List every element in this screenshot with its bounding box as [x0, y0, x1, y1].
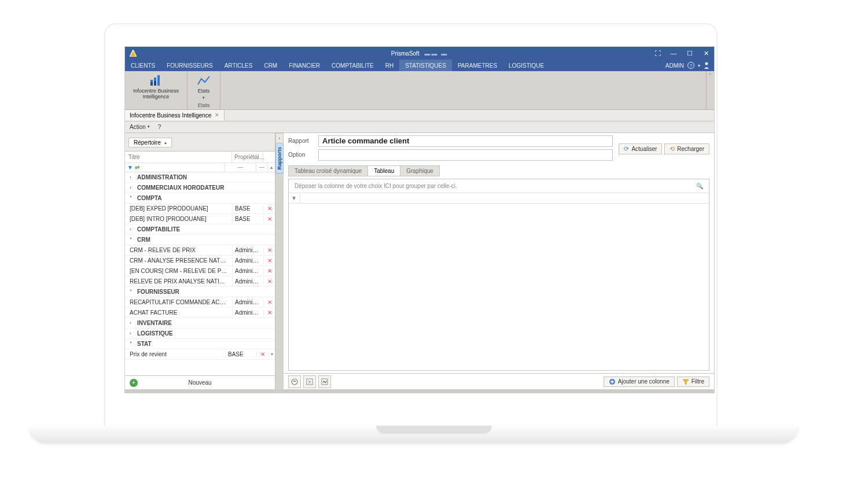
- close-button[interactable]: ✕: [698, 47, 714, 60]
- tree-row[interactable]: RELEVE DE PRIX ANALYSE NATIONALEAdminist…: [125, 276, 275, 287]
- filter-cell-fav[interactable]: —: [256, 163, 268, 172]
- menu-tab-statistiques[interactable]: STATISTIQUES: [399, 60, 452, 71]
- grid-header-row: ▼: [289, 193, 709, 204]
- tree-row[interactable]: CRM - RELEVE DE PRIXAdministr…✕: [125, 245, 275, 256]
- export-button-1[interactable]: [288, 375, 301, 388]
- refresh-button[interactable]: ⟳ Actualiser: [619, 143, 662, 154]
- tree-row[interactable]: ACHAT FACTUREAdministr…✕: [125, 308, 275, 318]
- collapse-handle[interactable]: ‹: [275, 133, 284, 143]
- menu-tab-parametres[interactable]: PARAMETRES: [452, 60, 503, 71]
- tree-group-comptabilite[interactable]: ›COMPTABILITE: [125, 224, 275, 235]
- submenu-action[interactable]: Action ▾: [130, 124, 150, 130]
- chevron-down-icon[interactable]: ▾: [698, 63, 700, 68]
- filter-cell-owner[interactable]: —: [225, 163, 256, 172]
- scroll-up-button[interactable]: ▴: [268, 163, 275, 172]
- tree-row-fav-icon[interactable]: ✕: [263, 278, 275, 285]
- tree-row[interactable]: Prix de revientBASE✕▾: [125, 349, 275, 360]
- view-tab-tableau-croisé-dynamique[interactable]: Tableau croisé dynamique: [288, 165, 368, 176]
- vertical-tab-rapports[interactable]: Rapports: [275, 143, 284, 174]
- ribbon-collapse-button[interactable]: ˄: [706, 71, 714, 109]
- user-label: ADMIN: [665, 62, 684, 69]
- ribbon-group-etats: Etats ▾ Etats: [187, 71, 220, 109]
- app-name: PrismaSoft: [391, 50, 420, 57]
- report-view-tabs: Tableau croisé dynamiqueTableauGraphique: [284, 165, 714, 176]
- export-excel-button[interactable]: X: [303, 375, 316, 388]
- tree-row-fav-icon[interactable]: ✕: [256, 351, 268, 357]
- menu-tab-logistique[interactable]: LOGISTIQUE: [503, 60, 550, 71]
- line-chart-icon: [196, 75, 212, 87]
- vertical-tab-label: Rapports: [277, 143, 282, 174]
- group-by-bar[interactable]: Déposer la colonne de votre choix ICI po…: [289, 179, 709, 193]
- menu-tab-articles[interactable]: ARTICLES: [219, 60, 259, 71]
- report-tree[interactable]: ›ADMINISTRATION›COMMERCIAUX HORODATEUR˅C…: [125, 172, 275, 375]
- col-header-owner[interactable]: Propriétai…: [232, 152, 263, 163]
- tree-group-label: STAT: [137, 341, 152, 347]
- add-column-button[interactable]: Ajouter une colonne: [604, 377, 675, 387]
- tree-row-fav-icon[interactable]: ✕: [263, 309, 275, 316]
- tree-row-fav-icon[interactable]: ✕: [263, 299, 275, 305]
- minimize-button[interactable]: —: [665, 47, 682, 60]
- menu-tab-fournisseurs[interactable]: FOURNISSEURS: [161, 60, 218, 71]
- view-tab-tableau[interactable]: Tableau: [367, 165, 400, 176]
- sidebar-new-button[interactable]: + Nouveau: [125, 375, 275, 389]
- tree-row[interactable]: [DEB] EXPED [PRODOUANE]BASE✕: [125, 204, 275, 214]
- tree-row[interactable]: RECAPITULATIF COMMANDE ACHATAdministr…✕: [125, 297, 275, 308]
- tree-row-owner: Administr…: [232, 276, 263, 286]
- tree-row[interactable]: [DEB] INTRO [PRODOUANE]BASE✕: [125, 214, 275, 224]
- tree-group-logistique[interactable]: ›LOGISTIQUE: [125, 329, 275, 339]
- sidebar-reports: Répertoire ▴ Titre Propriétai… ▼ ⇄ — —: [125, 133, 275, 389]
- tree-group-label: LOGISTIQUE: [137, 330, 173, 337]
- user-avatar-icon[interactable]: [704, 62, 709, 69]
- tree-group-label: CRM: [137, 237, 150, 243]
- menu-tab-financier[interactable]: FINANCIER: [283, 60, 326, 71]
- menu-tab-comptabilite[interactable]: COMPTABILITE: [326, 60, 380, 71]
- add-icon: [609, 378, 616, 385]
- menu-tab-crm[interactable]: CRM: [258, 60, 283, 71]
- tree-row-fav-icon[interactable]: ✕: [263, 205, 275, 212]
- submenu-help[interactable]: ?: [158, 124, 161, 130]
- document-tab-bi[interactable]: Infocentre Business Intelligence ✕: [125, 110, 225, 121]
- tree-row-owner: Administr…: [232, 308, 263, 318]
- document-tab-strip: Infocentre Business Intelligence ✕: [125, 110, 714, 121]
- ribbon-btn-bi[interactable]: Infocentre BusinessIntelligence: [130, 73, 182, 101]
- tree-row[interactable]: [EN COURS] CRM - RELEVE DE PRIXAdministr…: [125, 266, 275, 276]
- tree-row-fav-icon[interactable]: ✕: [263, 247, 275, 253]
- status-bar: [125, 389, 714, 393]
- tree-group-fournisseur[interactable]: ˅FOURNISSEUR: [125, 287, 275, 297]
- search-icon[interactable]: 🔍: [696, 183, 703, 189]
- tree-row-fav-icon[interactable]: ✕: [263, 257, 275, 264]
- menu-tab-rh[interactable]: RH: [380, 60, 399, 71]
- app-subtitle: ▬▬ ▬: [424, 50, 448, 57]
- filter-button[interactable]: Filtre: [677, 377, 709, 387]
- export-button-3[interactable]: [318, 375, 331, 388]
- tree-group-commerciaux-horodateur[interactable]: ›COMMERCIAUX HORODATEUR: [125, 183, 275, 193]
- reload-button[interactable]: ⟲ Recharger: [664, 143, 709, 154]
- tree-row-fav-icon[interactable]: ✕: [263, 216, 275, 222]
- close-icon[interactable]: ✕: [215, 112, 219, 118]
- tree-group-crm[interactable]: ˅CRM: [125, 235, 275, 245]
- grid-funnel-button[interactable]: ▼: [289, 193, 300, 203]
- tree-row[interactable]: CRM - ANALYSE PRESENCE NATIONALEAdminist…: [125, 256, 275, 266]
- tree-row-title: CRM - ANALYSE PRESENCE NATIONALE: [125, 256, 232, 265]
- tree-row-fav-icon[interactable]: ✕: [263, 268, 275, 274]
- directory-selector[interactable]: Répertoire ▴: [128, 138, 172, 147]
- help-icon[interactable]: ?: [687, 62, 694, 69]
- view-tab-graphique[interactable]: Graphique: [400, 165, 440, 176]
- tree-group-administration[interactable]: ›ADMINISTRATION: [125, 172, 275, 183]
- col-header-title[interactable]: Titre: [125, 152, 232, 163]
- menu-tab-clients[interactable]: CLIENTS: [125, 60, 161, 71]
- ribbon-group-bi: Infocentre BusinessIntelligence: [125, 71, 187, 109]
- filter-cell-title[interactable]: ▼ ⇄: [125, 163, 225, 172]
- field-option-value[interactable]: [318, 149, 613, 161]
- maximize2-button[interactable]: ⛶: [649, 47, 665, 60]
- tree-group-label: COMPTABILITE: [137, 226, 180, 233]
- tree-group-stat[interactable]: ˅STAT: [125, 339, 275, 349]
- refresh-icon: ⟳: [624, 145, 629, 153]
- tree-row-title: RELEVE DE PRIX ANALYSE NATIONALE: [125, 276, 232, 286]
- scroll-down-button[interactable]: ▾: [268, 352, 275, 357]
- ribbon-btn-etats[interactable]: Etats ▾: [192, 73, 215, 101]
- tree-group-inventaire[interactable]: ›INVENTAIRE: [125, 318, 275, 329]
- restore-button[interactable]: ☐: [682, 47, 698, 60]
- field-rapport-value: Article commande client: [318, 135, 613, 147]
- tree-group-compta[interactable]: ˅COMPTA: [125, 193, 275, 204]
